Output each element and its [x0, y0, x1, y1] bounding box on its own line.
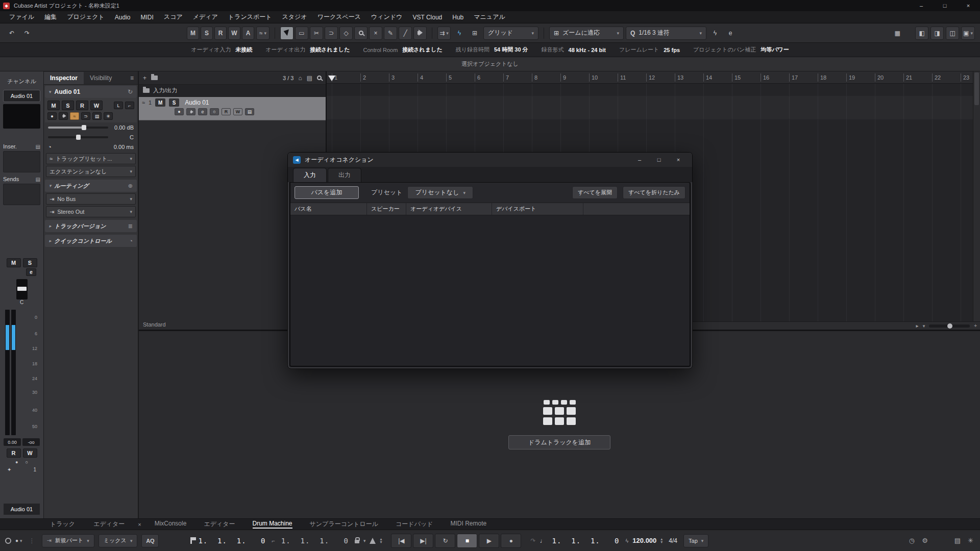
- snap-type-icon[interactable]: ⊞: [468, 27, 481, 40]
- iterative-quantize-button[interactable]: ϟ: [708, 27, 722, 40]
- menu-item[interactable]: ウィンドウ: [366, 11, 407, 23]
- line-tool[interactable]: ╱: [399, 27, 412, 40]
- dialog-titlebar[interactable]: ◀ オーディオコネクション – □ ×: [288, 153, 692, 167]
- zoom-mode-dropdown[interactable]: ⊞ ズームに適応 ▾: [549, 27, 624, 40]
- channel-fader[interactable]: [16, 279, 28, 299]
- automation-button[interactable]: M: [187, 27, 199, 40]
- automation-button[interactable]: W: [228, 27, 240, 40]
- track-preset-icon[interactable]: [151, 76, 158, 80]
- cycle-button[interactable]: ↻: [435, 534, 455, 548]
- glue-tool[interactable]: ⊃: [325, 27, 338, 40]
- add-drum-track-button[interactable]: ドラムトラックを追加: [508, 435, 610, 449]
- edit-settings-button[interactable]: ✳: [104, 112, 113, 120]
- undo-button[interactable]: ↶: [5, 27, 18, 40]
- minimize-button[interactable]: –: [910, 0, 933, 11]
- channel-solo-button[interactable]: S: [23, 258, 37, 267]
- channel-read-button[interactable]: R: [7, 448, 21, 458]
- volume-handle[interactable]: [82, 125, 86, 130]
- channel-edit-button[interactable]: e: [26, 268, 36, 276]
- expand-all-button[interactable]: すべてを展開: [572, 186, 618, 199]
- channel-pan-value[interactable]: C: [3, 299, 40, 307]
- dialog-column-header[interactable]: オーディオデバイス: [406, 203, 492, 215]
- hamburger-icon[interactable]: ≡: [126, 74, 138, 82]
- refresh-icon[interactable]: ↻: [128, 88, 133, 95]
- channel-level-value[interactable]: 0.00: [4, 438, 21, 446]
- dialog-column-header[interactable]: スピーカー: [367, 203, 406, 215]
- audio-track-lane[interactable]: [327, 96, 973, 119]
- automation-button[interactable]: A: [242, 27, 254, 40]
- channel-write-button[interactable]: W: [23, 448, 37, 458]
- tab-inspector[interactable]: Inspector: [44, 72, 84, 84]
- bottom-tab[interactable]: MixConsole: [155, 520, 187, 529]
- automation-button[interactable]: R: [214, 27, 227, 40]
- delay-value[interactable]: 0.00 ms: [111, 144, 134, 150]
- menu-item[interactable]: MIDI: [136, 12, 159, 22]
- tab-outputs[interactable]: 出力: [328, 168, 361, 182]
- dialog-maximize-button[interactable]: □: [650, 154, 668, 166]
- pan-handle[interactable]: [76, 135, 81, 140]
- channel-settings-button[interactable]: ▤: [92, 112, 102, 120]
- snap-button[interactable]: ϟ: [453, 27, 466, 40]
- zoom-slider-handle[interactable]: [947, 323, 952, 329]
- menu-item[interactable]: VST Cloud: [407, 12, 447, 22]
- routing-plus-icon[interactable]: ⊕: [128, 183, 133, 189]
- record-mode-dropdown[interactable]: ⇥ 新規パート ▾: [42, 534, 94, 547]
- autoscroll-button[interactable]: ⇉ ▾: [437, 27, 451, 40]
- locator-time-display[interactable]: 1. 1. 1. 0: [552, 537, 619, 545]
- track-record-arm-button[interactable]: ●: [175, 108, 184, 115]
- project-cursor-icon[interactable]: [328, 76, 335, 81]
- tempo-display[interactable]: 120.000: [632, 537, 656, 544]
- grid-type-dropdown[interactable]: グリッド ▾: [483, 27, 538, 40]
- add-bus-button[interactable]: バスを追加: [295, 186, 359, 199]
- scroll-right-icon[interactable]: ▸: [916, 323, 919, 329]
- nudge-spinner[interactable]: ▴ ▾: [380, 538, 382, 544]
- quantize-panel-button[interactable]: e: [724, 27, 737, 40]
- draw-tool[interactable]: ✎: [384, 27, 397, 40]
- audio-track-row[interactable]: ≈ 1 M S Audio 01 ● e ○ R W ▤: [139, 97, 326, 120]
- home-icon[interactable]: ⌂: [298, 74, 302, 82]
- inspector-automation-button[interactable]: W: [90, 101, 103, 110]
- play-tool[interactable]: [413, 27, 427, 40]
- vertical-scrollbar[interactable]: [973, 71, 980, 321]
- erase-tool[interactable]: ◇: [339, 27, 353, 40]
- close-zone-button[interactable]: ×: [138, 521, 141, 528]
- menu-item[interactable]: マニュアル: [469, 11, 510, 23]
- dialog-close-button[interactable]: ×: [670, 154, 687, 166]
- track-edit-button[interactable]: e: [198, 108, 207, 115]
- auto-fades-button[interactable]: ⌐: [125, 102, 134, 109]
- inspector-track-header[interactable]: ▾ Audio 01 ↻: [45, 86, 137, 98]
- go-to-previous-marker-button[interactable]: |◀: [391, 534, 411, 548]
- maximize-button[interactable]: □: [933, 0, 957, 11]
- pre-roll-icon[interactable]: ↷: [530, 537, 535, 544]
- setup-window-layout-button[interactable]: ▦: [891, 27, 904, 40]
- monitor-icon[interactable]: ○: [26, 460, 28, 465]
- virtual-keyboard-icon[interactable]: ▤: [954, 537, 961, 544]
- freeze-button[interactable]: ≈: [70, 112, 79, 120]
- split-tool[interactable]: ✂: [310, 27, 323, 40]
- right-zone-toggle-button[interactable]: ◨: [930, 27, 944, 40]
- sends-edit-icon[interactable]: ▤: [36, 177, 40, 182]
- bottom-tab[interactable]: コードパッド: [396, 520, 433, 529]
- automation-mode-dropdown[interactable]: ≈ ▾: [256, 27, 270, 40]
- automation-button[interactable]: S: [201, 27, 213, 40]
- io-folder-row[interactable]: 入力/出力: [139, 85, 326, 97]
- left-zone-toggle-button[interactable]: ◧: [915, 27, 928, 40]
- inspector-automation-button[interactable]: R: [76, 101, 88, 110]
- sends-section[interactable]: Sends ▤: [3, 174, 40, 184]
- tab-inputs[interactable]: 入力: [293, 168, 327, 182]
- time-display-options-icon[interactable]: ◷: [909, 537, 915, 544]
- menu-item[interactable]: スコア: [159, 11, 188, 23]
- dialog-column-header[interactable]: バス名: [290, 203, 367, 215]
- add-track-button[interactable]: +: [143, 74, 146, 82]
- tempo-track-icon[interactable]: ϟ: [626, 538, 629, 544]
- track-read-button[interactable]: R: [222, 108, 231, 115]
- routing-section-header[interactable]: ▾ ルーティング ⊕: [45, 180, 137, 192]
- track-listen-button[interactable]: ○: [210, 108, 219, 115]
- dialog-minimize-button[interactable]: –: [631, 154, 648, 166]
- menu-item[interactable]: 編集: [39, 11, 62, 23]
- quick-controls-section-header[interactable]: ▸ クイックコントロール ◔: [45, 235, 137, 247]
- auto-quantize-button[interactable]: AQ: [141, 534, 159, 547]
- star-icon[interactable]: ✦: [7, 467, 11, 472]
- dialog-column-header[interactable]: デバイスポート: [492, 203, 583, 215]
- tab-visibility[interactable]: Visibility: [84, 72, 118, 84]
